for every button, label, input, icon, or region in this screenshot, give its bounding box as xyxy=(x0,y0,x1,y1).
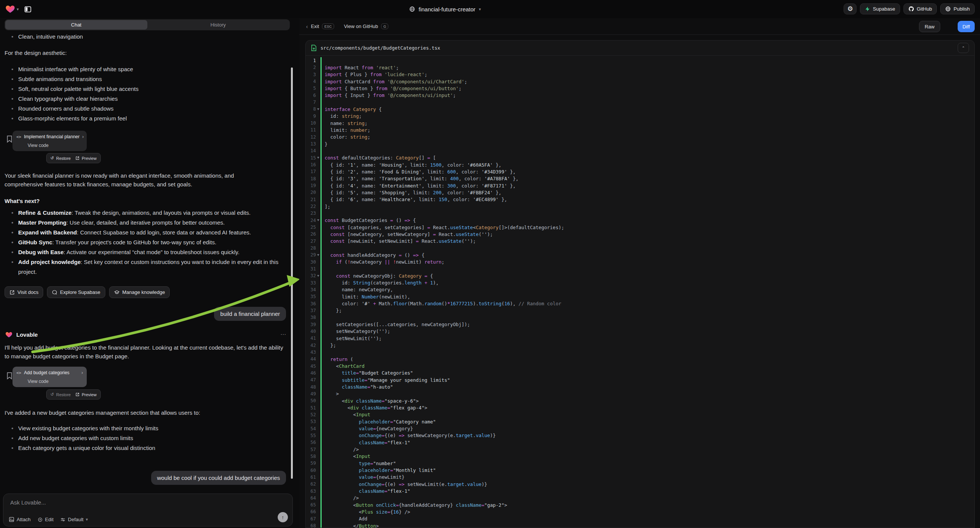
code-line: 17 { id: '2', name: 'Food & Dining', lim… xyxy=(306,168,974,175)
restore-button[interactable]: ↺Restore xyxy=(50,156,71,161)
fold-chevron-icon[interactable] xyxy=(317,108,319,110)
view-on-github-button[interactable]: View on GitHub G xyxy=(344,24,388,29)
raw-toggle-button[interactable]: Raw xyxy=(919,21,940,32)
version-card-add-budget-categories[interactable]: <> Add budget categories › View code xyxy=(13,367,87,387)
line-number: 37 xyxy=(306,308,316,313)
restore-button[interactable]: ↺Restore xyxy=(50,392,71,397)
publish-globe-icon xyxy=(945,6,951,12)
graduation-cap-icon xyxy=(114,290,120,295)
line-number: 2 xyxy=(306,65,316,70)
settings-button[interactable]: ⚙ xyxy=(844,3,856,14)
line-number: 54 xyxy=(306,426,316,431)
line-number: 47 xyxy=(306,377,316,383)
fold-chevron-icon[interactable] xyxy=(317,157,319,159)
tab-history[interactable]: History xyxy=(147,20,290,30)
code-line: 59 type="number" xyxy=(306,460,974,467)
line-number: 66 xyxy=(306,509,316,514)
edit-mode-button[interactable]: Edit xyxy=(38,517,53,522)
manage-knowledge-button[interactable]: Manage knowledge xyxy=(109,286,170,298)
feature-list-tail: Clean, intuitive navigation xyxy=(5,32,293,42)
quick-action-buttons: Visit docsExplore SupabaseManage knowled… xyxy=(5,286,170,298)
file-card: src/components/budget/BudgetCategories.t… xyxy=(305,40,975,528)
version-card-title: Add budget categories xyxy=(24,370,79,375)
line-number: 45 xyxy=(306,364,316,369)
view-code-link[interactable]: View code xyxy=(28,143,83,148)
line-number: 38 xyxy=(306,315,316,320)
github-label: GitHub xyxy=(917,6,932,12)
fold-chevron-icon[interactable] xyxy=(317,275,319,277)
code-line: 53 placeholder="Category name" xyxy=(306,418,974,425)
github-button[interactable]: GitHub xyxy=(904,3,937,14)
view-code-link[interactable]: View code xyxy=(28,379,83,384)
code-line: 34 name: newCategory, xyxy=(306,286,974,293)
code-line: 49 > xyxy=(306,391,974,397)
assistant-message: Your sleek financial planner is now read… xyxy=(5,171,262,189)
chevron-right-icon: › xyxy=(81,370,83,375)
chat-history-tabs: Chat History xyxy=(5,19,290,30)
version-card-implement-planner[interactable]: <> Implement financial planner › View co… xyxy=(13,131,87,151)
line-number: 6 xyxy=(306,93,316,98)
more-options-icon[interactable]: ⋯ xyxy=(280,331,286,338)
line-number: 39 xyxy=(306,322,316,327)
assistant-message: I've added a new budget categories manag… xyxy=(5,408,290,417)
supabase-button[interactable]: Supabase xyxy=(860,3,900,14)
code-line: 61 value={newLimit} xyxy=(306,474,974,481)
line-number: 10 xyxy=(306,121,316,126)
exit-button[interactable]: ‹ Exit ESC xyxy=(306,24,334,30)
code-line: 40 setNewCategory(''); xyxy=(306,328,974,335)
fold-chevron-icon[interactable] xyxy=(317,219,319,221)
collapse-file-button[interactable]: ⌃ xyxy=(958,43,969,53)
preview-button[interactable]: Preview xyxy=(75,393,97,397)
image-icon xyxy=(9,517,14,522)
model-selector[interactable]: Default ▾ xyxy=(60,517,88,522)
added-features-list: View existing budget categories with the… xyxy=(5,423,293,453)
code-line: 30 if (!newCategory || !newLimit) return… xyxy=(306,259,974,266)
bookmark-icon[interactable] xyxy=(6,372,13,380)
code-line: 9 id: string; xyxy=(306,113,974,120)
line-number: 64 xyxy=(306,495,316,501)
chat-input-box[interactable]: Ask Lovable... Attach Edit xyxy=(3,493,293,526)
attach-button[interactable]: Attach xyxy=(9,517,31,522)
line-number: 31 xyxy=(306,266,316,272)
line-number: 17 xyxy=(306,169,316,174)
explore-supabase-button[interactable]: Explore Supabase xyxy=(47,286,105,298)
publish-label: Publish xyxy=(953,6,970,12)
preview-button[interactable]: Preview xyxy=(75,156,97,161)
code-line: 41 setNewLimit(''); xyxy=(306,335,974,342)
chevron-down-icon: ▾ xyxy=(86,517,88,522)
fold-chevron-icon[interactable] xyxy=(317,254,319,256)
lovable-avatar-icon xyxy=(5,331,13,338)
code-line: 28 xyxy=(306,245,974,251)
code-line: 46 title="Budget Categories" xyxy=(306,370,974,377)
code-line: 24const BudgetCategories = () => { xyxy=(306,217,974,224)
toggle-sidebar-button[interactable] xyxy=(22,3,34,15)
project-switcher[interactable]: financial-future-creator ▾ xyxy=(409,0,481,18)
line-number: 30 xyxy=(306,259,316,265)
send-button[interactable]: ↑ xyxy=(278,512,288,522)
bookmark-icon[interactable] xyxy=(6,135,13,143)
visit-docs-button[interactable]: Visit docs xyxy=(5,286,43,298)
publish-button[interactable]: Publish xyxy=(940,3,975,14)
code-line: 23 xyxy=(306,210,974,217)
line-number: 40 xyxy=(306,329,316,334)
line-number: 21 xyxy=(306,197,316,202)
code-editor[interactable]: 12import React from 'react';3import { Pl… xyxy=(306,56,974,528)
diff-toggle-button[interactable]: Diff xyxy=(958,21,975,32)
code-line: 52 <Input xyxy=(306,411,974,418)
tab-chat[interactable]: Chat xyxy=(5,20,147,30)
line-number: 41 xyxy=(306,336,316,341)
user-message-bubble: build a financial planner xyxy=(214,307,286,321)
lovable-menu[interactable]: ▾ xyxy=(5,4,19,14)
file-path-row[interactable]: src/components/budget/BudgetCategories.t… xyxy=(306,41,974,56)
code-line: 21 { id: '6', name: 'Healthcare', limit:… xyxy=(306,196,974,203)
version-card-title: Implement financial planner xyxy=(24,134,80,139)
chat-scrollbar[interactable] xyxy=(291,67,293,479)
list-item: Subtle animations and transitions xyxy=(5,74,293,84)
list-item: Debug with Ease: Activate our experiment… xyxy=(5,247,293,257)
file-path: src/components/budget/BudgetCategories.t… xyxy=(320,45,958,51)
code-icon: <> xyxy=(16,134,21,139)
top-bar: ▾ financial-future-creator ▾ ⚙ xyxy=(0,0,980,18)
code-line: 51 <div className="flex gap-4"> xyxy=(306,404,974,411)
code-line: 32 const newCategoryObj: Category = { xyxy=(306,272,974,279)
code-line: 26 const [newCategory, setNewCategory] =… xyxy=(306,231,974,237)
